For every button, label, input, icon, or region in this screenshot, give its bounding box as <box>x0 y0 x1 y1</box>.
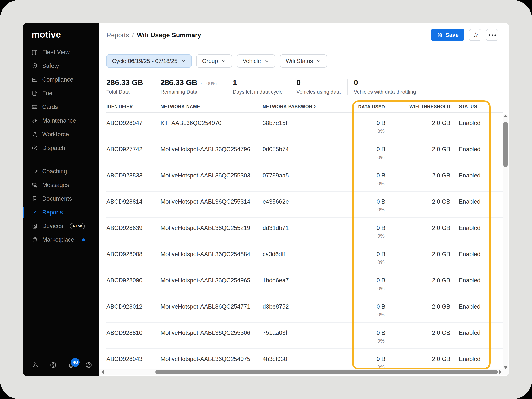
bell-icon[interactable]: 40 <box>67 361 75 369</box>
group-filter-dropdown[interactable]: Group <box>196 54 232 68</box>
column-header-network-password[interactable]: NETWORK PASSWORD <box>263 104 358 109</box>
sort-desc-icon: ↓ <box>387 104 390 109</box>
table-row[interactable]: ABCD928810 MotiveHotspot-AABL36QC255306 … <box>106 323 503 349</box>
wifi-threshold-cell: 2.0 GB <box>404 270 450 296</box>
network-name-cell: MotiveHotspot-AABL36QC254771 <box>161 296 263 322</box>
breadcrumb-reports-link[interactable]: Reports <box>106 31 129 39</box>
identifier-cell: ABCD928639 <box>106 218 161 244</box>
data-used-percent: 0% <box>358 259 404 265</box>
table-row[interactable]: ABCD928012 MotiveHotspot-AABL36QC254771 … <box>106 296 503 323</box>
identifier-cell: ABCD928833 <box>106 165 161 191</box>
network-name-cell: MotiveHotspot-AABL36QC255306 <box>161 323 263 348</box>
table-row[interactable]: ABCD928833 MotiveHotspot-AABL36QC255303 … <box>106 165 503 191</box>
sidebar-nav-primary: Fleet View Safety Compliance Fuel <box>23 45 99 155</box>
user-settings-icon[interactable] <box>32 361 39 369</box>
wifi-threshold-cell: 2.0 GB <box>404 191 450 217</box>
data-used-percent: 0% <box>358 285 404 291</box>
sidebar-item-safety[interactable]: Safety <box>23 59 99 73</box>
sidebar-item-label: Fleet View <box>42 49 70 56</box>
table-row[interactable]: ABCD928008 MotiveHotspot-AABL36QC254884 … <box>106 244 503 270</box>
column-header-wifi-threshold[interactable]: WIFI THRESHOLD <box>404 104 450 109</box>
network-name-cell: MotiveHotspot-AABL36QC255314 <box>161 191 263 217</box>
column-header-status[interactable]: STATUS <box>450 104 503 109</box>
sidebar-item-messages[interactable]: Messages <box>23 178 99 192</box>
stat-divider <box>347 79 348 95</box>
device-lock-icon <box>32 223 38 229</box>
column-header-data-used[interactable]: DATA USED↓ <box>358 104 404 110</box>
table-row[interactable]: ABCD928814 MotiveHotspot-AABL36QC255314 … <box>106 191 503 218</box>
identifier-cell: ABCD928047 <box>106 113 161 139</box>
data-used-percent: 0% <box>358 128 404 134</box>
vertical-scrollbar[interactable] <box>503 114 508 370</box>
sidebar-item-devices[interactable]: Devices NEW <box>23 219 99 233</box>
sidebar-item-fuel[interactable]: Fuel <box>23 86 99 100</box>
status-cell: Enabled <box>450 244 503 270</box>
scroll-right-arrow[interactable] <box>499 370 502 374</box>
vehicle-filter-dropdown[interactable]: Vehicle <box>237 54 275 68</box>
table-row[interactable]: ABCD928639 MotiveHotspot-AABL36QC255219 … <box>106 218 503 244</box>
stat-days-left: 1 Days left in data cycle <box>233 78 283 95</box>
sidebar-item-coaching[interactable]: Coaching <box>23 165 99 178</box>
sidebar-item-label: Reports <box>42 209 63 216</box>
sidebar-item-reports[interactable]: Reports <box>23 206 99 219</box>
sidebar-item-marketplace[interactable]: Marketplace <box>23 233 99 247</box>
account-icon[interactable] <box>85 361 92 369</box>
wifi-threshold-cell: 2.0 GB <box>404 218 450 244</box>
sidebar-item-documents[interactable]: Documents <box>23 192 99 206</box>
table-row[interactable]: ABCD928090 MotiveHotspot-AABL36QC254965 … <box>106 270 503 296</box>
network-password-cell: d3be8752 <box>263 296 358 322</box>
data-used-percent: 0% <box>358 154 404 160</box>
topbar: Reports / Wifi Usage Summary Save ☆ <box>99 23 509 48</box>
column-header-identifier[interactable]: IDENTIFIER <box>106 104 161 109</box>
screen: motive Fleet View Safety Compliance <box>0 0 532 399</box>
wifi-status-filter-dropdown[interactable]: Wifi Status <box>280 54 327 68</box>
more-options-button[interactable] <box>486 29 498 41</box>
stat-vehicles-throttling: 0 Vehicles with data throttling <box>354 78 416 95</box>
network-password-cell: 1bdd6ea7 <box>263 270 358 296</box>
vertical-scroll-thumb[interactable] <box>504 122 508 167</box>
status-cell: Enabled <box>450 191 503 217</box>
save-button-label: Save <box>445 32 459 38</box>
card-icon <box>32 104 38 110</box>
stat-value: 0 <box>354 78 416 87</box>
scroll-left-arrow[interactable] <box>101 370 104 374</box>
status-cell: Enabled <box>450 270 503 296</box>
sidebar-divider <box>32 159 90 159</box>
motive-logo: motive <box>32 29 61 40</box>
sidebar-item-maintenance[interactable]: Maintenance <box>23 114 99 127</box>
stat-value: 0 <box>296 78 341 87</box>
table-row[interactable]: ABCD928047 KT_AABL36QC254970 38b7e15f 0 … <box>106 113 503 139</box>
sidebar-item-label: Maintenance <box>42 117 76 124</box>
table-row[interactable]: ABCD927742 MotiveHotspot-AABL36QC254796 … <box>106 139 503 165</box>
chevron-down-icon <box>181 58 186 63</box>
cycle-filter-dropdown[interactable]: Cycle 06/19/25 - 07/18/25 <box>106 54 191 68</box>
notification-count-badge: 40 <box>71 358 80 367</box>
wifi-threshold-cell: 2.0 GB <box>404 165 450 191</box>
status-cell: Enabled <box>450 113 503 139</box>
scroll-up-arrow[interactable] <box>504 115 507 117</box>
column-header-network-name[interactable]: NETWORK NAME <box>161 104 263 109</box>
desktop-background: motive Fleet View Safety Compliance <box>0 0 532 399</box>
fuel-icon <box>32 90 38 96</box>
sidebar-item-label: Safety <box>42 63 59 69</box>
network-name-cell: KT_AABL36QC254970 <box>161 113 263 139</box>
sidebar-item-cards[interactable]: Cards <box>23 100 99 114</box>
wifi-threshold-cell: 2.0 GB <box>404 139 450 165</box>
sidebar-item-fleet-view[interactable]: Fleet View <box>23 45 99 59</box>
help-icon[interactable] <box>50 361 57 369</box>
sidebar-item-label: Compliance <box>42 76 73 83</box>
horizontal-scrollbar[interactable] <box>99 369 509 375</box>
sidebar-item-label: Cards <box>42 104 58 110</box>
favorite-button[interactable]: ☆ <box>469 29 481 41</box>
stat-label: Vehicles with data throttling <box>354 89 416 95</box>
wifi-status-filter-label: Wifi Status <box>286 58 313 64</box>
stat-vehicles-using-data: 0 Vehicles using data <box>296 78 341 95</box>
data-used-cell: 0 B 0% <box>358 270 404 296</box>
sidebar-item-dispatch[interactable]: Dispatch <box>23 141 99 155</box>
sidebar-item-compliance[interactable]: Compliance <box>23 73 99 86</box>
identifier-cell: ABCD928814 <box>106 191 161 217</box>
horizontal-scroll-thumb[interactable] <box>155 370 498 374</box>
sidebar-item-workforce[interactable]: Workforce <box>23 127 99 141</box>
save-button[interactable]: Save <box>431 29 464 41</box>
network-password-cell: e435662e <box>263 191 358 217</box>
